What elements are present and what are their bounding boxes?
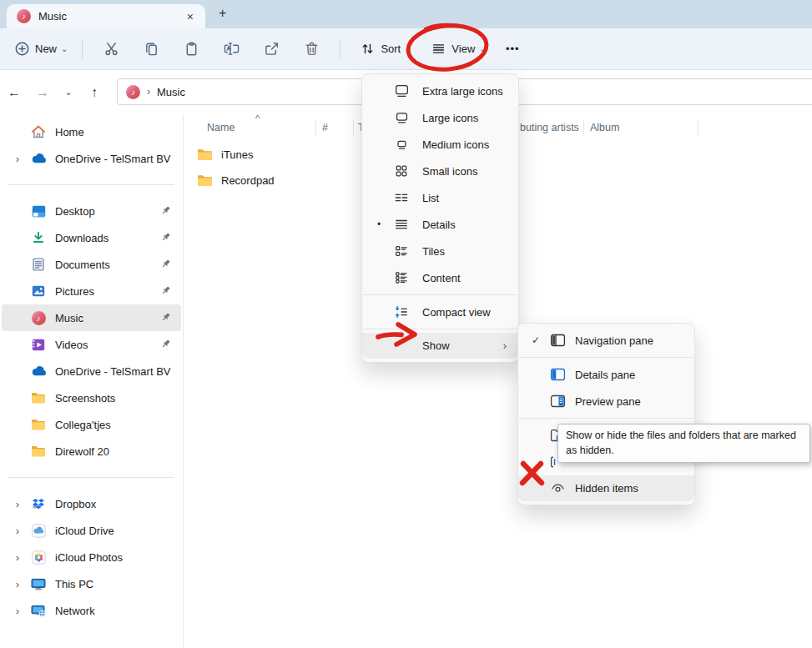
sidebar-item-icloud-drive[interactable]: › iCloud Drive — [2, 517, 181, 544]
sidebar-item-icloud-photos[interactable]: › iCloud Photos — [2, 544, 181, 570]
folder-icon — [30, 392, 47, 404]
sidebar-item-network[interactable]: › Network — [2, 597, 181, 624]
sidebar-item-label: This PC — [55, 578, 93, 590]
check-icon: ✓ — [528, 334, 543, 346]
home-icon — [30, 125, 47, 138]
selected-bullet-icon: • — [372, 219, 386, 230]
expand-chevron-icon[interactable]: › — [10, 578, 25, 590]
column-header-album[interactable]: Album — [590, 122, 619, 133]
menu-item-list[interactable]: List — [362, 184, 518, 211]
menu-item-tiles[interactable]: Tiles — [362, 238, 518, 264]
menu-item-large-icons[interactable]: Large icons — [362, 104, 518, 131]
icloud-photos-icon — [30, 550, 47, 565]
compact-view-icon — [392, 304, 411, 319]
menu-item-small-icons[interactable]: Small icons — [362, 158, 518, 184]
new-button[interactable]: New ⌄ — [15, 42, 73, 56]
sidebar-item-screenshots[interactable]: Screenshots — [2, 384, 181, 411]
cut-button[interactable] — [91, 41, 131, 57]
back-button[interactable]: ← — [0, 85, 28, 100]
sidebar-item-home[interactable]: Home — [2, 118, 181, 145]
music-icon: ♪ — [30, 311, 47, 325]
sidebar-item-label: Videos — [55, 339, 88, 351]
rename-button[interactable] — [211, 41, 251, 57]
expand-chevron-icon[interactable]: › — [10, 153, 25, 165]
large-icons-icon — [392, 110, 411, 125]
menu-item-details[interactable]: • Details — [362, 211, 518, 238]
pin-icon — [160, 205, 171, 216]
delete-button[interactable] — [291, 41, 331, 57]
menu-item-label: Small icons — [422, 165, 477, 178]
expand-chevron-icon[interactable]: › — [10, 498, 25, 510]
tab-bar: ♪ Music × + — [0, 0, 812, 28]
sidebar-item-label: iCloud Drive — [55, 525, 114, 537]
details-pane-icon — [548, 368, 567, 381]
sidebar-item-pictures[interactable]: Pictures — [2, 278, 181, 304]
submenu-chevron-icon: › — [503, 339, 507, 352]
menu-item-extra-large-icons[interactable]: Extra large icons — [362, 78, 518, 104]
sidebar-item-this-pc[interactable]: › This PC — [2, 570, 181, 597]
sidebar-item-documents[interactable]: Documents — [2, 251, 181, 278]
sidebar-item-downloads[interactable]: Downloads — [2, 224, 181, 251]
pin-icon — [160, 312, 171, 323]
sort-label: Sort — [381, 43, 401, 55]
sidebar-item-direwolf-20[interactable]: Direwolf 20 — [2, 438, 181, 465]
menu-item-medium-icons[interactable]: Medium icons — [362, 131, 518, 158]
share-button[interactable] — [251, 41, 291, 57]
sort-button[interactable]: Sort ⌄ — [354, 42, 419, 56]
sidebar-item-dropbox[interactable]: › Dropbox — [2, 490, 181, 517]
menu-item-content[interactable]: Content — [362, 264, 518, 291]
sidebar-item-label: OneDrive - TelSmart BV — [55, 365, 170, 378]
sidebar-item-collegatjes[interactable]: Collega'tjes — [2, 411, 181, 438]
column-header-number[interactable]: # — [322, 122, 328, 133]
downloads-icon — [30, 231, 47, 244]
paste-button[interactable] — [171, 41, 211, 57]
more-options-button[interactable]: ••• — [506, 43, 520, 55]
toolbar: New ⌄ Sort ⌄ — [0, 28, 812, 70]
sidebar-item-onedrive-2[interactable]: OneDrive - TelSmart BV — [2, 358, 181, 384]
forward-button[interactable]: → — [28, 85, 57, 100]
submenu-item-navigation-pane[interactable]: ✓ Navigation pane — [518, 327, 694, 354]
new-tab-button[interactable]: + — [219, 6, 226, 21]
column-divider[interactable] — [583, 120, 584, 137]
column-divider[interactable] — [698, 120, 699, 137]
details-icon — [392, 217, 411, 232]
sidebar-item-label: Home — [55, 126, 84, 138]
submenu-item-label: Details pane — [575, 369, 635, 381]
submenu-item-preview-pane[interactable]: Preview pane — [518, 388, 694, 414]
expand-chevron-icon[interactable]: › — [10, 605, 25, 617]
tab-music[interactable]: ♪ Music × — [7, 4, 205, 28]
sidebar-item-label: iCloud Photos — [55, 551, 123, 564]
menu-item-show[interactable]: Show › — [362, 333, 518, 359]
column-header-contributing-artists[interactable]: buting artists — [520, 122, 579, 133]
close-tab-icon[interactable]: × — [184, 10, 197, 23]
up-button[interactable]: ↑ — [80, 85, 108, 100]
menu-divider — [363, 294, 517, 295]
expand-chevron-icon[interactable]: › — [10, 551, 25, 564]
menu-divider — [363, 329, 517, 329]
menu-item-compact-view[interactable]: Compact view — [362, 299, 518, 325]
sidebar-item-music[interactable]: ♪ Music — [2, 304, 181, 331]
sidebar-item-label: Desktop — [55, 205, 95, 218]
sidebar-item-label: OneDrive - TelSmart BV — [55, 153, 170, 165]
menu-item-label: Details — [422, 219, 456, 231]
view-button[interactable]: View ⌄ — [426, 42, 492, 56]
menu-item-label: Large icons — [422, 112, 478, 124]
pin-icon — [160, 339, 171, 349]
sidebar-item-label: Music — [55, 312, 83, 324]
sidebar-item-desktop[interactable]: Desktop — [2, 198, 181, 224]
preview-pane-icon — [548, 394, 567, 408]
submenu-item-hidden-items[interactable]: Hidden items — [518, 475, 694, 501]
plus-circle-icon — [15, 42, 29, 56]
column-header-name[interactable]: Name — [207, 122, 235, 133]
recent-locations-button[interactable]: ⌄ — [57, 87, 80, 98]
sidebar-item-videos[interactable]: Videos — [2, 331, 181, 358]
copy-button[interactable] — [131, 41, 171, 57]
desktop-icon — [30, 205, 47, 218]
submenu-item-details-pane[interactable]: Details pane — [518, 361, 694, 388]
sidebar-item-onedrive[interactable]: › OneDrive - TelSmart BV — [2, 145, 181, 172]
expand-chevron-icon[interactable]: › — [10, 525, 25, 537]
column-divider[interactable] — [353, 120, 354, 137]
column-divider[interactable] — [315, 120, 316, 137]
breadcrumb[interactable]: Music — [157, 86, 185, 98]
menu-item-label: Medium icons — [422, 138, 489, 151]
